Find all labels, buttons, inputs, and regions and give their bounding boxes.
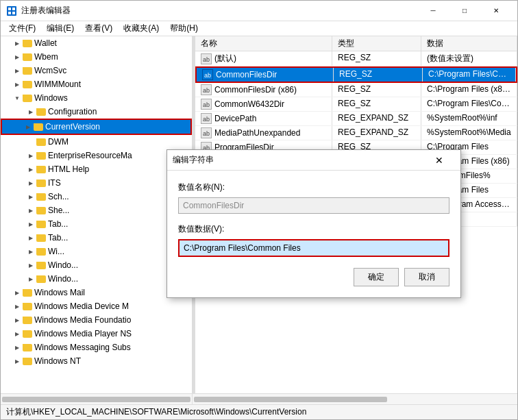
tree-item-tab1[interactable]: ▶ Tab...	[1, 217, 192, 231]
cell-type: REG_SZ	[332, 97, 421, 111]
expand-icon: ▶	[12, 301, 23, 312]
tree-item-windows-media-player[interactable]: ▶ Windows Media Player NS	[1, 327, 192, 341]
expand-icon	[25, 136, 36, 147]
folder-icon	[23, 330, 32, 338]
tree-label-wi1: Wi...	[48, 247, 64, 256]
tree-item-currentversion[interactable]: ▶ CurrentVersion	[1, 119, 192, 135]
tree-item-she[interactable]: ▶ She...	[1, 203, 192, 217]
expand-icon: ▶	[12, 356, 23, 367]
tree-item-wcmsvc[interactable]: ▶ WcmSvc	[1, 64, 192, 77]
scrollbar-thumb-right[interactable]	[194, 397, 387, 402]
expand-icon: ▶	[25, 205, 36, 216]
svg-rect-4	[12, 12, 15, 14]
folder-icon	[23, 344, 32, 351]
tree-item-windows-media-device[interactable]: ▶ Windows Media Device M	[1, 299, 192, 313]
tree-item-dwm[interactable]: DWM	[1, 135, 192, 149]
folder-icon	[36, 108, 46, 116]
tree-item-windows-nt[interactable]: ▶ Windows NT	[1, 354, 192, 368]
tree-label-windo1: Windo...	[48, 260, 78, 270]
edit-string-dialog: 编辑字符串 ✕ 数值名称(N): 数值数据(V): 确定 取消	[166, 149, 461, 298]
table-row[interactable]: ab CommonFilesDir (x86) REG_SZ C:\Progra…	[195, 83, 517, 97]
cell-type: REG_EXPAND_SZ	[332, 126, 421, 140]
tree-item-windows-media-foundation[interactable]: ▶ Windows Media Foundatio	[1, 313, 192, 327]
dialog-body: 数值名称(N): 数值数据(V): 确定 取消	[167, 171, 460, 297]
statusbar: 计算机\HKEY_LOCAL_MACHINE\SOFTWARE\Microsof…	[1, 404, 517, 419]
table-row[interactable]: ab CommonW6432Dir REG_SZ C:\Program File…	[195, 97, 517, 112]
dialog-close-button[interactable]: ✕	[423, 150, 455, 171]
tree-label-dwm: DWM	[48, 137, 69, 147]
expand-icon: ▶	[25, 164, 36, 175]
registry-tree[interactable]: ▶ Wallet ▶ Wbem ▶ WcmSvc ▶	[1, 36, 193, 393]
menu-view[interactable]: 查看(V)	[79, 21, 118, 36]
window-controls: ─ □ ✕	[417, 1, 512, 21]
expand-icon: ▶	[12, 287, 23, 298]
tree-item-windows-mail[interactable]: ▶ Windows Mail	[1, 286, 192, 299]
expand-icon: ▶	[25, 232, 36, 243]
tree-item-windo1[interactable]: ▶ Windo...	[1, 258, 192, 272]
tree-item-windo2[interactable]: ▶ Windo...	[1, 272, 192, 286]
svg-rect-2	[12, 8, 15, 10]
tree-item-htmlhelp[interactable]: ▶ HTML Help	[1, 162, 192, 176]
titlebar: 注册表编辑器 ─ □ ✕	[1, 1, 517, 21]
menubar: 文件(F) 编辑(E) 查看(V) 收藏夹(A) 帮助(H)	[1, 21, 517, 36]
tree-label-windo2: Windo...	[48, 274, 78, 284]
tree-label-tab1: Tab...	[48, 219, 68, 229]
folder-icon	[36, 138, 46, 146]
tree-item-configuration[interactable]: ▶ Configuration	[1, 105, 192, 119]
name-label: 数值名称(N):	[178, 182, 449, 193]
name-input[interactable]	[178, 197, 449, 214]
tree-label-wbem: Wbem	[34, 52, 58, 62]
table-row[interactable]: ab DevicePath REG_EXPAND_SZ %SystemRoot%…	[195, 112, 517, 126]
folder-icon	[23, 67, 32, 75]
expand-icon: ▶	[12, 79, 23, 90]
table-row[interactable]: ab CommonFilesDir REG_SZ C:\Program File…	[195, 66, 517, 83]
cell-name: ab DevicePath	[195, 112, 332, 125]
tree-item-wbem[interactable]: ▶ Wbem	[1, 50, 192, 64]
expand-icon: ▶	[12, 51, 23, 62]
expand-icon: ▼	[12, 92, 23, 103]
left-scrollbar[interactable]	[1, 394, 193, 404]
table-row[interactable]: ab (默认) REG_SZ (数值未设置)	[195, 51, 517, 66]
tree-item-windows-messaging[interactable]: ▶ Windows Messaging Subs	[1, 341, 192, 354]
tree-item-wi1[interactable]: ▶ Wi...	[1, 245, 192, 258]
tree-label-sch: Sch...	[48, 192, 69, 201]
folder-icon	[36, 180, 46, 187]
minimize-button[interactable]: ─	[417, 1, 449, 21]
tree-label-windows-nt: Windows NT	[34, 356, 81, 366]
dialog-titlebar: 编辑字符串 ✕	[167, 150, 460, 171]
tree-item-tab2[interactable]: ▶ Tab...	[1, 231, 192, 245]
table-header: 名称 类型 数据	[195, 36, 517, 51]
expand-icon: ▶	[12, 314, 23, 325]
tree-item-sch[interactable]: ▶ Sch...	[1, 190, 192, 203]
scrollbar-thumb[interactable]	[2, 397, 190, 402]
data-input[interactable]	[178, 239, 449, 257]
cancel-button[interactable]: 取消	[404, 268, 449, 286]
tree-item-enterprise[interactable]: ▶ EnterpriseResourceMa	[1, 149, 192, 162]
table-row[interactable]: ab MediaPathUnexpanded REG_EXPAND_SZ %Sy…	[195, 126, 517, 140]
menu-favorites[interactable]: 收藏夹(A)	[118, 21, 164, 36]
folder-icon	[36, 262, 46, 269]
menu-file[interactable]: 文件(F)	[3, 21, 41, 36]
ok-button[interactable]: 确定	[354, 268, 399, 286]
maximize-button[interactable]: □	[449, 1, 480, 21]
tree-item-wallet[interactable]: ▶ Wallet	[1, 36, 192, 50]
folder-icon	[23, 289, 32, 297]
cell-data: C:\Program Files\Comm	[421, 97, 517, 111]
expand-icon: ▶	[25, 150, 36, 161]
menu-edit[interactable]: 编辑(E)	[41, 21, 79, 36]
expand-icon: ▶	[25, 106, 36, 117]
tree-item-wimmount[interactable]: ▶ WIMMMount	[1, 77, 192, 91]
cell-data: %SystemRoot%\inf	[421, 112, 517, 125]
tree-item-windows[interactable]: ▼ Windows	[1, 91, 192, 105]
reg-type-icon: ab	[201, 84, 212, 95]
svg-rect-1	[8, 8, 11, 10]
expand-icon: ▶	[25, 191, 36, 202]
folder-icon	[36, 207, 46, 214]
close-button[interactable]: ✕	[480, 1, 512, 21]
folder-icon	[23, 358, 32, 365]
right-scrollbar[interactable]	[193, 394, 517, 404]
tree-item-its[interactable]: ▶ ITS	[1, 176, 192, 190]
header-name: 名称	[195, 36, 332, 51]
menu-help[interactable]: 帮助(H)	[164, 21, 204, 36]
status-path: 计算机\HKEY_LOCAL_MACHINE\SOFTWARE\Microsof…	[6, 406, 306, 418]
